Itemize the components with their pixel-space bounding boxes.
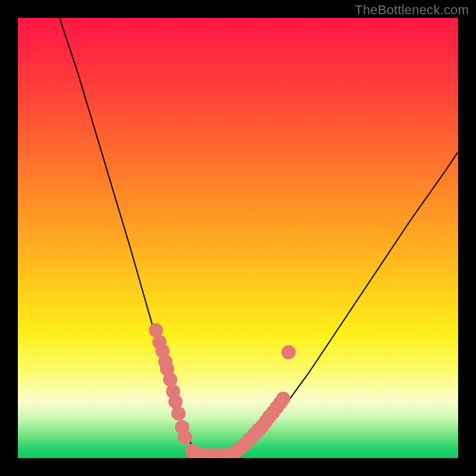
- plot-area: [18, 18, 458, 458]
- curve-marker-dot: [163, 372, 177, 387]
- curve-markers: [149, 323, 296, 458]
- watermark-text: TheBottleneck.com: [355, 2, 469, 18]
- curve-marker-dot: [276, 392, 290, 406]
- chart-frame: TheBottleneck.com: [0, 0, 476, 476]
- chart-overlay-svg: [18, 18, 458, 458]
- curve-marker-dot: [168, 394, 183, 409]
- bottleneck-curve: [60, 18, 458, 455]
- curve-marker-dot: [281, 345, 296, 359]
- curve-marker-dot: [171, 406, 186, 421]
- curve-marker-dot: [178, 430, 192, 444]
